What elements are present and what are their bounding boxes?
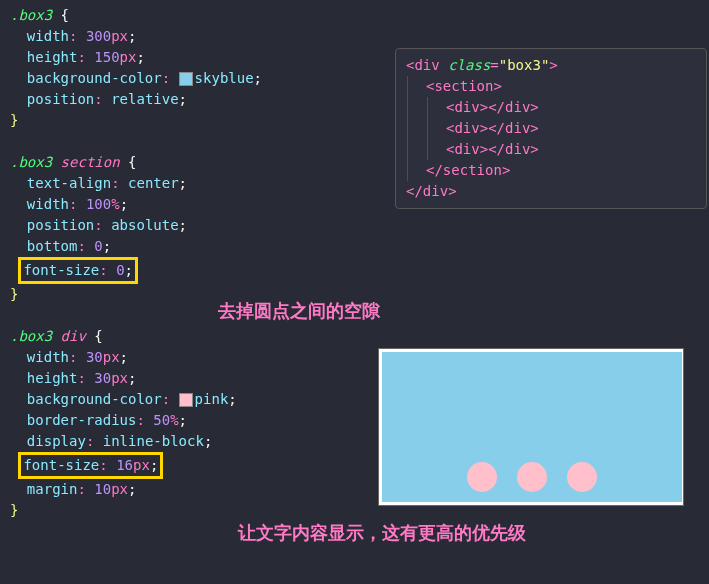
highlight-font-size-0: font-size: 0; — [18, 257, 138, 284]
color-swatch — [179, 72, 193, 86]
html-line: <div></div> — [446, 118, 696, 139]
code-line: .box3 { — [10, 5, 699, 26]
code-line: font-size: 0; — [10, 257, 699, 284]
annotation-font-priority: 让文字内容显示，这有更高的优先级 — [238, 520, 558, 547]
code-line: bottom: 0; — [10, 236, 699, 257]
html-snippet-panel: <div class="box3"> <section> <div></div>… — [395, 48, 707, 209]
code-line: .box3 div { — [10, 326, 699, 347]
annotation-remove-gap: 去掉圆点之间的空隙 — [218, 298, 380, 325]
html-line: <section> — [426, 76, 696, 97]
color-swatch — [179, 393, 193, 407]
html-line: <div></div> — [446, 97, 696, 118]
preview-box3 — [382, 352, 682, 502]
html-line: </div> — [406, 181, 696, 202]
highlight-font-size-16: font-size: 16px; — [18, 452, 163, 479]
html-line: </section> — [426, 160, 696, 181]
code-line: position: absolute; — [10, 215, 699, 236]
preview-section — [382, 452, 682, 502]
css-selector: .box3 — [10, 7, 52, 23]
code-line: width: 300px; — [10, 26, 699, 47]
html-line: <div></div> — [446, 139, 696, 160]
preview-dot — [517, 462, 547, 492]
preview-dot — [467, 462, 497, 492]
rendered-preview — [378, 348, 684, 506]
html-line: <div class="box3"> — [406, 55, 696, 76]
preview-dot — [567, 462, 597, 492]
